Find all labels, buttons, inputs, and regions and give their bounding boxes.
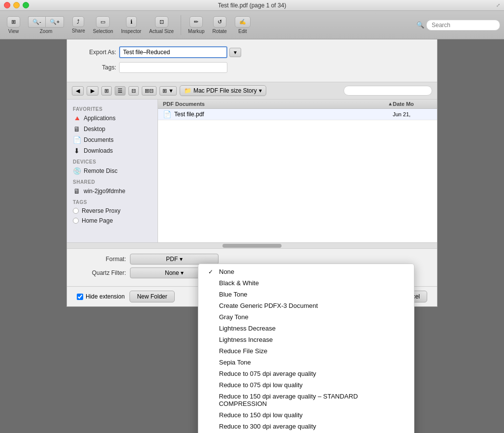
dropdown-item-none[interactable]: ✓ None [198, 266, 414, 277]
close-button[interactable] [4, 2, 10, 8]
tags-input[interactable] [119, 62, 227, 73]
col-name-header: PDF Documents [163, 101, 386, 107]
share-label: Share [72, 28, 85, 33]
cover-flow-button[interactable]: ⊞⊟ [142, 86, 157, 96]
scrollbar-thumb[interactable] [222, 244, 282, 248]
dropdown-item-reduce-file-size[interactable]: Reduce File Size [198, 345, 414, 357]
dropdown-item-sepia-tone[interactable]: Sepia Tone [198, 357, 414, 368]
dropdown-item-generic-pdfx[interactable]: Create Generic PDFX-3 Document [198, 300, 414, 311]
rotate-label: Rotate [212, 29, 226, 34]
markup-button[interactable]: ✏ [189, 16, 203, 28]
file-date: Jun 21, [393, 111, 432, 117]
zoom-tool: 🔍- 🔍+ Zoom [25, 16, 67, 34]
zoom-out-button[interactable]: 🔍- [28, 16, 45, 28]
dropdown-item-lightness-increase[interactable]: Lightness Increase [198, 334, 414, 345]
hide-extension-checkbox[interactable] [77, 294, 83, 300]
dropdown-item-reduce-075-avg[interactable]: Reduce to 075 dpi average quality [198, 368, 414, 379]
view-button[interactable]: ⊞ [7, 16, 20, 28]
browser-search-input[interactable] [344, 86, 432, 96]
file-name: Test file.pdf [174, 111, 393, 118]
file-row[interactable]: 📄 Test file.pdf Jun 21, [158, 109, 437, 120]
dropdown-item-blue-tone[interactable]: Blue Tone [198, 289, 414, 300]
share-tool: ⤴ Share [69, 16, 88, 33]
actual-size-label: Actual Size [149, 29, 174, 34]
file-list: PDF Documents ▲ Date Mo 📄 Test file.pdf … [158, 100, 437, 242]
actual-size-button[interactable]: ⊡ [155, 16, 168, 28]
sidebar-item-downloads[interactable]: ⬇ Downloads [67, 145, 158, 156]
dropdown-item-reduce-300-avg[interactable]: Reduce to 300 dpi average quality [198, 421, 414, 432]
sidebar-item-home-page[interactable]: Home Page [67, 216, 158, 226]
shared-icon: 🖥 [73, 187, 81, 195]
zoom-buttons: 🔍- 🔍+ [28, 16, 64, 28]
checkmark-icon: ✓ [208, 268, 215, 275]
list-view-button[interactable]: ☰ [115, 86, 126, 96]
folder-icon: 📁 [184, 87, 191, 94]
documents-icon: 📄 [73, 136, 81, 144]
dropdown-item-reduce-150-low[interactable]: Reduce to 150 dpi low quality [198, 409, 414, 421]
devices-section-label: DEVICES [67, 156, 158, 166]
dropdown-item-lightness-decrease[interactable]: Lightness Decrease [198, 323, 414, 334]
format-select[interactable]: PDF ▾ [130, 254, 219, 265]
rotate-tool: ↺ Rotate [209, 16, 229, 34]
sidebar-item-label: Downloads [84, 147, 113, 154]
file-list-header: PDF Documents ▲ Date Mo [158, 100, 437, 109]
edit-tool: ✍ Edit [232, 16, 253, 34]
tag-circle-icon [73, 218, 79, 224]
sidebar-item-documents[interactable]: 📄 Documents [67, 134, 158, 145]
zoom-in-button[interactable]: 🔍+ [45, 16, 64, 28]
edit-button[interactable]: ✍ [235, 16, 251, 28]
shared-section-label: SHARED [67, 176, 158, 186]
sidebar-item-applications[interactable]: 🔺 Applications [67, 113, 158, 124]
markup-label: Markup [188, 29, 204, 34]
sort-arrow: ▲ [388, 101, 393, 107]
quartz-filter-dropdown: ✓ None Black & White Blue Tone Create Ge… [198, 264, 414, 433]
inspector-button[interactable]: ℹ [126, 16, 137, 28]
export-arrow-button[interactable]: ▼ [229, 48, 241, 57]
inspector-tool: ℹ Inspector [118, 16, 144, 34]
tags-section-label: TAGS [67, 197, 158, 206]
maximize-button[interactable] [23, 2, 29, 8]
sidebar-item-label: Applications [84, 115, 116, 122]
sidebar-item-label: Remote Disc [84, 167, 118, 174]
scrollbar-area [67, 242, 437, 248]
location-dropdown[interactable]: 📁 Mac PDF File size Story ▾ [180, 85, 266, 96]
dropdown-item-reduce-150-avg[interactable]: Reduce to 150 dpi average quality – STAN… [198, 391, 414, 409]
actual-size-tool: ⊡ Actual Size [146, 16, 177, 34]
sidebar-item-shared[interactable]: 🖥 win-2jgo9fdmhe [67, 186, 158, 197]
tags-row: Tags: [77, 62, 427, 73]
traffic-lights [4, 2, 29, 8]
sidebar-item-reverse-proxy[interactable]: Reverse Proxy [67, 206, 158, 216]
arrange-button[interactable]: ⊞ ▼ [159, 86, 177, 96]
title-bar: Test file.pdf (page 1 of 34) ⤢ [0, 0, 504, 11]
column-view-button[interactable]: ⊟ [128, 86, 139, 96]
toolbar-right: 🔍 [416, 20, 500, 31]
view-tool: ⊞ View [4, 16, 23, 34]
selection-tool: ▭ Selection [90, 16, 116, 34]
tags-label: Tags: [77, 64, 116, 71]
sidebar-item-desktop[interactable]: 🖥 Desktop [67, 124, 158, 134]
dropdown-item-gray-tone[interactable]: Gray Tone [198, 311, 414, 323]
back-button[interactable]: ◀ [72, 86, 84, 96]
forward-button[interactable]: ▶ [87, 86, 98, 96]
view-label: View [8, 29, 19, 34]
sidebar: FAVORITES 🔺 Applications 🖥 Desktop 📄 Doc… [67, 100, 158, 242]
resize-icon: ⤢ [496, 2, 500, 8]
export-as-input[interactable] [119, 46, 227, 58]
sidebar-item-label: Home Page [82, 217, 113, 224]
search-input[interactable] [426, 20, 500, 31]
export-as-label: Export As: [77, 49, 116, 56]
dropdown-item-bw[interactable]: Black & White [198, 277, 414, 289]
icon-view-button[interactable]: ⊞ [101, 86, 112, 96]
minimize-button[interactable] [13, 2, 20, 8]
sidebar-item-remote-disc[interactable]: 💿 Remote Disc [67, 166, 158, 176]
view-icon: ⊞ [11, 19, 16, 25]
share-button[interactable]: ⤴ [72, 16, 84, 27]
location-chevron: ▾ [259, 87, 262, 94]
dropdown-item-reduce-075-low[interactable]: Reduce to 075 dpi low quality [198, 379, 414, 391]
selection-button[interactable]: ▭ [96, 16, 110, 28]
favorites-section-label: FAVORITES [67, 103, 158, 113]
rotate-button[interactable]: ↺ [213, 16, 226, 28]
hide-extension-label[interactable]: Hide extension [77, 293, 125, 300]
zoom-label: Zoom [40, 29, 53, 34]
new-folder-button[interactable]: New Folder [129, 291, 174, 302]
